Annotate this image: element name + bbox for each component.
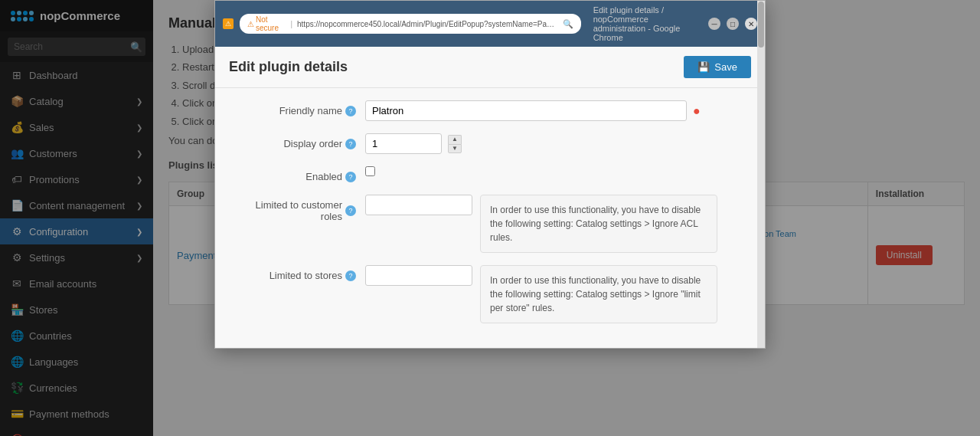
display-order-help-icon[interactable]: ? [345,139,356,149]
warning-icon: ⚠ [247,20,254,28]
enabled-row: Enabled ? [234,166,746,182]
spinner-up-button[interactable]: ▲ [448,135,462,144]
modal-header-bar: Edit plugin details 💾 Save [215,47,765,88]
limited-roles-help-icon[interactable]: ? [345,205,356,216]
friendly-name-label: Friendly name ? [234,100,356,116]
limited-customer-roles-tooltip: In order to use this functionality, you … [480,195,717,253]
separator: | [290,20,292,28]
limited-customer-roles-input[interactable] [365,195,472,215]
friendly-name-input[interactable] [365,100,687,121]
spinner-wrap: ▲ ▼ [448,135,462,153]
maximize-button[interactable]: □ [727,18,739,30]
limited-customer-roles-row: Limited to customer roles ? In order to … [234,195,746,253]
enabled-control [365,166,375,176]
save-button[interactable]: 💾 Save [684,56,751,78]
modal-title: Edit plugin details [229,59,348,75]
save-icon: 💾 [697,61,710,73]
modal-body: Edit plugin details 💾 Save Friendly name… [215,47,765,348]
display-order-control: ▲ ▼ [365,133,462,154]
enabled-checkbox[interactable] [365,166,375,176]
enabled-label: Enabled ? [234,166,356,182]
required-indicator: ● [693,104,701,118]
modal-form: Friendly name ? ● Display order ? [215,88,765,348]
modal-controls: ─ □ ✕ [708,18,757,30]
spinner-down-button[interactable]: ▼ [448,144,462,153]
friendly-name-control: ● [365,100,701,121]
modal-chrome-title: Edit plugin details / nopCommerce admini… [593,5,702,42]
friendly-name-help-icon[interactable]: ? [345,106,356,116]
modal-url-bar: ⚠ Not secure | https://nopcommerce450.lo… [240,14,581,34]
display-order-label: Display order ? [234,133,356,149]
modal-favicon: ⚠ [223,18,234,29]
friendly-name-row: Friendly name ? ● [234,100,746,121]
limited-stores-input[interactable] [365,265,472,286]
close-button[interactable]: ✕ [745,18,757,30]
limited-customer-roles-control: In order to use this functionality, you … [365,195,717,253]
modal-window: ⚠ ⚠ Not secure | https://nopcommerce450.… [214,0,766,349]
limited-stores-tooltip: In order to use this functionality, you … [480,265,717,323]
limited-stores-row: Limited to stores ? In order to use this… [234,265,746,323]
modal-overlay: ⚠ ⚠ Not secure | https://nopcommerce450.… [0,0,980,436]
enabled-help-icon[interactable]: ? [345,172,356,182]
modal-scrollbar-thumb [758,2,764,48]
limited-stores-control: In order to use this functionality, you … [365,265,717,323]
not-secure-label: ⚠ Not secure [247,15,286,32]
limited-stores-help-icon[interactable]: ? [345,270,356,281]
display-order-row: Display order ? ▲ ▼ [234,133,746,154]
url-text: https://nopcommerce450.local/Admin/Plugi… [297,20,558,28]
limited-customer-roles-label: Limited to customer roles ? [234,195,356,222]
limited-stores-label: Limited to stores ? [234,265,356,281]
display-order-input[interactable] [365,133,442,154]
modal-scrollbar[interactable] [757,1,765,348]
minimize-button[interactable]: ─ [708,18,720,30]
modal-titlebar: ⚠ ⚠ Not secure | https://nopcommerce450.… [215,1,765,47]
search-page-icon: 🔍 [563,19,573,29]
